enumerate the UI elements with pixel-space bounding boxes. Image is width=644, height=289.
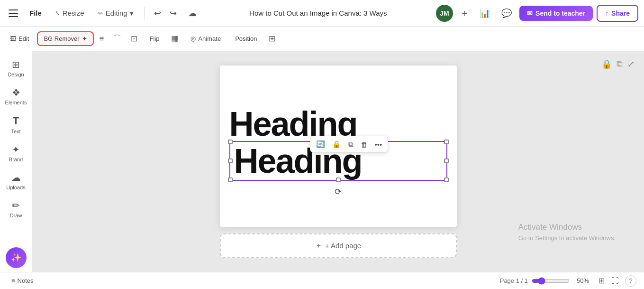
bg-remover-button[interactable]: BG Remover ✦: [37, 31, 93, 46]
canvas-page: Heading 🔄 🔒 ⧉ 🗑 ••• Heading ⟳: [220, 65, 457, 227]
expand-icon[interactable]: ⤢: [627, 59, 635, 69]
design-icon: ⊞: [12, 59, 20, 70]
share-icon: ↑: [605, 9, 608, 17]
sparkle-icon: ✦: [82, 35, 87, 42]
position-button[interactable]: Position: [229, 32, 263, 46]
sidebar-item-draw-label: Draw: [10, 213, 22, 218]
resize-handle-tl[interactable]: [228, 140, 233, 144]
lines-button[interactable]: ≡: [96, 31, 108, 47]
sidebar: ⊞ Design ❖ Elements T Text ✦ Brand ☁ Upl…: [0, 51, 32, 272]
sidebar-item-elements-label: Elements: [5, 100, 27, 105]
magic-button[interactable]: ✨: [6, 247, 27, 268]
sidebar-item-text[interactable]: T Text: [2, 111, 30, 138]
page-info: Page 1 / 1: [500, 277, 528, 284]
view-mode-buttons: ⊞ ⛶: [596, 275, 621, 287]
sidebar-item-draw[interactable]: ✏ Draw: [2, 196, 30, 222]
zoom-percentage: 50%: [573, 277, 592, 284]
analytics-button[interactable]: 📊: [476, 5, 494, 21]
user-avatar[interactable]: JM: [436, 5, 453, 22]
brand-icon: ✦: [12, 144, 20, 155]
share-button[interactable]: ↑ Share: [597, 5, 638, 22]
refresh-icon-btn[interactable]: 🔄: [313, 138, 328, 150]
rotate-handle[interactable]: ⟳: [335, 186, 342, 197]
resize-button[interactable]: ⤡ Resize: [50, 6, 89, 20]
sidebar-item-design[interactable]: ⊞ Design: [2, 55, 30, 81]
sidebar-item-text-label: Text: [11, 129, 20, 134]
resize-handle-mr[interactable]: [444, 158, 449, 163]
topbar-right: JM ＋ 📊 💬 ✉ Send to teacher ↑ Share: [436, 5, 638, 22]
edit-button[interactable]: 🖼 Edit: [4, 32, 35, 46]
resize-handle-ml[interactable]: [228, 158, 233, 163]
crop-button[interactable]: ⊡: [127, 31, 141, 47]
canvas-top-icons: 🔒 ⧉ ⤢: [601, 59, 635, 69]
more-options-button[interactable]: ⊞: [265, 31, 279, 47]
hamburger-menu-button[interactable]: [6, 6, 21, 21]
animate-icon: ◎: [190, 35, 196, 42]
full-screen-button[interactable]: ⛶: [609, 275, 621, 287]
notes-button[interactable]: ≡ Notes: [8, 275, 37, 286]
elements-icon: ❖: [12, 87, 20, 98]
divider: [144, 7, 145, 20]
redo-button[interactable]: ↪: [166, 5, 181, 21]
windows-watermark: Activate Windows Go to Settings to activ…: [518, 221, 616, 243]
sidebar-item-uploads[interactable]: ☁ Uploads: [2, 168, 30, 194]
duplicate-icon[interactable]: ⧉: [617, 59, 623, 69]
add-collaborator-button[interactable]: ＋: [457, 5, 472, 21]
corner-button[interactable]: ⌒: [109, 30, 125, 47]
undo-redo-group: ↩ ↪: [150, 5, 181, 21]
add-page-button[interactable]: ＋ + Add page: [220, 233, 457, 258]
resize-handle-tr[interactable]: [444, 140, 449, 144]
canvas-area: 🔒 ⧉ ⤢ Heading 🔄 🔒 ⧉ 🗑 •••: [32, 51, 644, 272]
text-icon: T: [13, 115, 19, 127]
comments-button[interactable]: 💬: [498, 5, 516, 21]
topbar: File ⤡ Resize ✏ Editing ▾ ↩ ↪ ☁ How to C…: [0, 0, 644, 27]
secondary-toolbar: 🖼 Edit BG Remover ✦ ≡ ⌒ ⊡ Flip ▦ ◎ Anima…: [0, 27, 644, 51]
delete-float-btn[interactable]: 🗑: [358, 139, 371, 150]
pencil-icon: ✏: [98, 9, 103, 17]
resize-icon: ⤡: [55, 9, 60, 17]
resize-handle-br[interactable]: [444, 177, 449, 182]
editing-button[interactable]: ✏ Editing ▾: [93, 6, 138, 20]
document-title: How to Cut Out an Image in Canva: 3 Ways: [204, 9, 432, 17]
notes-icon: ≡: [11, 277, 15, 284]
uploads-icon: ☁: [11, 172, 21, 183]
sidebar-item-elements[interactable]: ❖ Elements: [2, 83, 30, 109]
resize-handle-bc[interactable]: [336, 177, 341, 182]
help-button[interactable]: ?: [625, 275, 636, 287]
cloud-save-button[interactable]: ☁: [184, 5, 200, 21]
animate-button[interactable]: ◎ Animate: [184, 32, 227, 46]
file-button[interactable]: File: [25, 6, 46, 20]
flip-button[interactable]: Flip: [143, 32, 165, 46]
undo-button[interactable]: ↩: [150, 5, 165, 21]
draw-icon: ✏: [12, 200, 20, 211]
zoom-slider[interactable]: [532, 277, 570, 285]
send-to-teacher-button[interactable]: ✉ Send to teacher: [519, 6, 593, 21]
lock-float-btn[interactable]: 🔒: [329, 138, 344, 150]
text-float-toolbar: 🔄 🔒 ⧉ 🗑 •••: [310, 136, 389, 153]
sidebar-item-design-label: Design: [8, 72, 24, 77]
grid-view-button[interactable]: ⊞: [596, 275, 607, 287]
lock-icon[interactable]: 🔒: [601, 59, 612, 69]
sidebar-item-brand-label: Brand: [9, 157, 23, 162]
transparency-button[interactable]: ▦: [167, 31, 182, 47]
more-float-btn[interactable]: •••: [372, 139, 385, 150]
sidebar-item-brand[interactable]: ✦ Brand: [2, 140, 30, 166]
sidebar-item-uploads-label: Uploads: [6, 185, 25, 190]
edit-icon: 🖼: [10, 35, 16, 42]
send-icon: ✉: [527, 9, 533, 17]
add-page-icon: ＋: [315, 241, 322, 250]
status-bar: ≡ Notes Page 1 / 1 50% ⊞ ⛶ ?: [0, 272, 644, 289]
chevron-down-icon: ▾: [130, 9, 134, 18]
resize-handle-bl[interactable]: [228, 177, 233, 182]
copy-float-btn[interactable]: ⧉: [345, 138, 356, 150]
main-area: ⊞ Design ❖ Elements T Text ✦ Brand ☁ Upl…: [0, 51, 644, 272]
